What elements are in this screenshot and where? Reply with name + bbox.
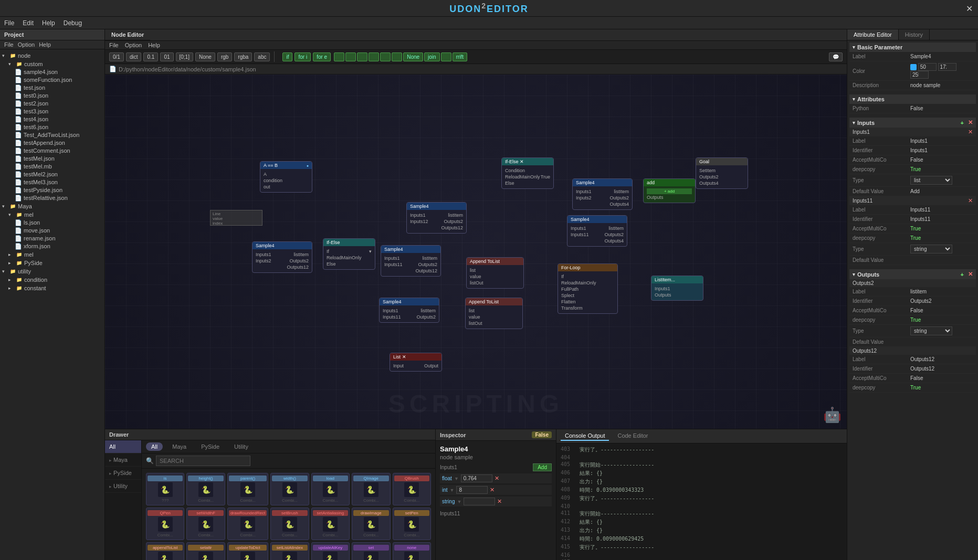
inputs1-x-icon[interactable]: ✕ xyxy=(968,129,973,135)
node-item-drawimage[interactable]: drawImage🐍Combi... xyxy=(352,508,390,540)
tree-file-testmelmb[interactable]: 📄 testMel.mb xyxy=(0,163,104,171)
tree-item-condition[interactable]: ▸📁condition xyxy=(0,276,104,284)
canvas-node-list[interactable]: List ✕ InputOutput xyxy=(390,353,442,372)
tree-file-rename[interactable]: 📄 rename.json xyxy=(0,235,104,242)
project-menu-option[interactable]: Option xyxy=(18,41,35,48)
tree-file-test6[interactable]: 📄 test6.json xyxy=(0,123,104,131)
canvas-node-add[interactable]: add + add Outputs xyxy=(643,178,696,203)
canvas-node-appendtolist1[interactable]: Append ToList list value listOut xyxy=(466,257,524,289)
canvas-node-sample4-mid[interactable]: Sample4 Inputs1listItem Inputs12Outputs2… xyxy=(406,202,467,234)
canvas-node-sample4-ll[interactable]: Sample4 Inputs1listItem Inputs2Outputs2 … xyxy=(252,241,312,273)
inputs11-type-select[interactable]: string list int float xyxy=(910,245,952,253)
outputs-type-select[interactable]: string list int float xyxy=(910,326,952,335)
color-b-input[interactable] xyxy=(910,71,929,79)
tree-file-move[interactable]: 📄 move.json xyxy=(0,227,104,235)
canvas-node-sample4-rm[interactable]: Sample4 Inputs1listItem Inputs11Outputs2… xyxy=(567,215,627,247)
tree-file-test-addtwolist[interactable]: 📄 Test_AddTwoList.json xyxy=(0,131,104,139)
menu-debug[interactable]: Debug xyxy=(64,19,82,27)
menu-edit[interactable]: Edit xyxy=(23,19,34,27)
node-item-parent[interactable]: parent()🐍Combi... xyxy=(227,473,268,505)
tree-file-sample4[interactable]: 📄 sample4.json xyxy=(0,68,104,76)
inputs-title[interactable]: ▾ Inputs + ✕ xyxy=(849,118,976,128)
toolbar-none[interactable]: None xyxy=(195,52,215,61)
toolbar-g7[interactable] xyxy=(441,52,451,61)
drawer-tab-utility[interactable]: Utility xyxy=(229,442,254,451)
toolbar-none2[interactable]: None xyxy=(403,52,423,61)
canvas-node-goal[interactable]: Goal SetItem Outputs2 Outputs4 xyxy=(696,157,748,189)
outputs-close-icon[interactable]: ✕ xyxy=(968,271,973,278)
toolbar-abc[interactable]: abc xyxy=(254,52,270,61)
tab-history[interactable]: History xyxy=(899,29,930,40)
toolbar-rgb[interactable]: rgb xyxy=(217,52,232,61)
toolbar-g6[interactable] xyxy=(392,52,402,61)
tree-item-utility[interactable]: ▾📁utility xyxy=(0,267,104,276)
toolbar-list[interactable]: [0;1] xyxy=(176,52,193,61)
node-item-is[interactable]: is🐍??? xyxy=(146,473,184,505)
node-item-appendtolist[interactable]: appendToList🐍Combi... xyxy=(146,542,184,560)
node-item-setpen[interactable]: setPen🐍Combi... xyxy=(393,508,431,540)
console-tab-output[interactable]: Console Output xyxy=(561,431,609,441)
toolbar-g4[interactable] xyxy=(369,52,379,61)
toolbar-g5[interactable] xyxy=(380,52,391,61)
ne-menu-option[interactable]: Option xyxy=(125,42,142,48)
drawer-nav-all[interactable]: All xyxy=(105,440,141,453)
tree-item-constant[interactable]: ▸📁constant xyxy=(0,284,104,292)
canvas-node-ifelse2[interactable]: If-Else If▾ ReloadMainOnly Else xyxy=(323,238,375,270)
node-item-set[interactable]: set🐍Combi... xyxy=(352,542,390,560)
tab-attribute-editor[interactable]: Attribute Editor xyxy=(847,29,899,40)
outputs-title[interactable]: ▾ Outputs + ✕ xyxy=(849,269,976,279)
node-item-updateatkey[interactable]: updateAtKey🐍Combi... xyxy=(311,542,350,560)
ne-menu-help[interactable]: Help xyxy=(148,42,160,48)
tree-file-testmel2[interactable]: 📄 testMel2.json xyxy=(0,171,104,178)
node-item-setantialiasing[interactable]: setAntialiasing🐍Combi... xyxy=(311,508,350,540)
int-x-button[interactable]: ✕ xyxy=(490,487,495,493)
toolbar-g1[interactable] xyxy=(334,52,344,61)
string-value-input[interactable] xyxy=(464,498,495,505)
node-item-width[interactable]: width()🐍Combi... xyxy=(270,473,309,505)
float-x-button[interactable]: ✕ xyxy=(495,475,499,482)
toolbar-int[interactable]: 01 xyxy=(160,52,173,61)
int-value-input[interactable] xyxy=(456,486,488,494)
tree-file-test0[interactable]: 📄 test0.json xyxy=(0,92,104,100)
inputs1-type-select[interactable]: list string int float xyxy=(910,176,952,185)
toolbar-dict[interactable]: dict xyxy=(126,52,142,61)
tree-file-testpyside[interactable]: 📄 testPyside.json xyxy=(0,186,104,194)
menu-file[interactable]: File xyxy=(4,19,14,27)
tree-file-testrelattive[interactable]: 📄 testRelattive.json xyxy=(0,194,104,202)
tree-file-testmel[interactable]: 📄 testMel.json xyxy=(0,155,104,163)
toolbar-fore[interactable]: for e xyxy=(313,52,331,61)
node-item-none[interactable]: none🐍Combi... xyxy=(393,542,431,560)
string-x-button[interactable]: ✕ xyxy=(497,498,502,505)
toolbar-rrift[interactable]: rrift xyxy=(453,52,467,61)
toolbar-comment[interactable]: 💬 xyxy=(829,52,843,61)
tree-file-testmel3[interactable]: 📄 testMel3.json xyxy=(0,178,104,186)
tree-item-maya[interactable]: ▾📁Maya xyxy=(0,202,104,210)
tree-item-node[interactable]: ▾📁node xyxy=(0,51,104,60)
tree-file-test4[interactable]: 📄 test4.json xyxy=(0,115,104,123)
node-item-setwidthf[interactable]: setWidthF🐍Combi... xyxy=(186,508,225,540)
canvas-node-listitem[interactable]: ListItem... Inputs1 Outputs xyxy=(651,276,703,301)
tree-file-testappend[interactable]: 📄 testAppend.json xyxy=(0,139,104,147)
tree-item-mel2[interactable]: ▸📁mel xyxy=(0,250,104,259)
console-tab-code[interactable]: Code Editor xyxy=(613,431,652,441)
project-menu-file[interactable]: File xyxy=(4,41,14,48)
color-g-input[interactable] xyxy=(938,63,956,71)
node-item-setattr[interactable]: setattr🐍Combi... xyxy=(186,542,225,560)
node-item-drawroundedrect[interactable]: drawRoundedRect🐍Combi... xyxy=(227,508,268,540)
tree-file-somefunction[interactable]: 📄 someFunction.json xyxy=(0,76,104,84)
ne-menu-file[interactable]: File xyxy=(109,42,119,48)
tree-file-test3[interactable]: 📄 test3.json xyxy=(0,108,104,115)
node-item-qpen[interactable]: QPen🐍Combi... xyxy=(146,508,184,540)
tree-item-mel[interactable]: ▾📁mel xyxy=(0,210,104,219)
toolbar-if[interactable]: if xyxy=(282,52,292,61)
inputs-close-icon[interactable]: ✕ xyxy=(968,119,973,126)
tree-item-custom[interactable]: ▾📁custom xyxy=(0,60,104,68)
canvas-node-aequb[interactable]: A == B ● A condition out xyxy=(260,161,312,193)
color-r-input[interactable] xyxy=(918,63,937,71)
tree-item-pyside[interactable]: ▸📁PySide xyxy=(0,259,104,267)
tree-file-ls[interactable]: 📄 ls.json xyxy=(0,219,104,227)
node-item-updatetodict[interactable]: updateToDict🐍Combi... xyxy=(227,542,268,560)
drawer-tab-pyside[interactable]: PySide xyxy=(196,442,225,451)
node-item-qimage[interactable]: QImage🐍Combi... xyxy=(352,473,390,505)
toolbar-g3[interactable] xyxy=(357,52,367,61)
